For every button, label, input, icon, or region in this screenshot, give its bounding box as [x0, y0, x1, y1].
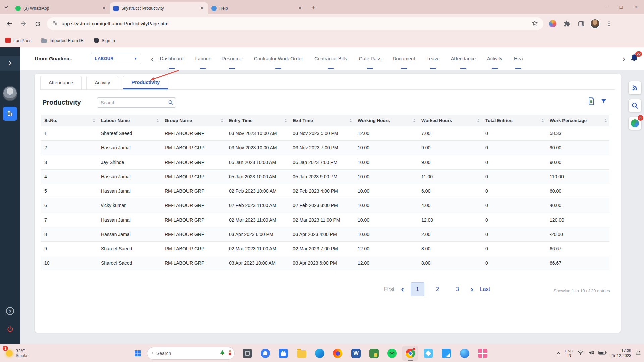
tab-activity[interactable]: Activity	[86, 76, 118, 89]
chat-icon[interactable]	[258, 346, 273, 361]
column-header-group-name[interactable]: Group Name	[161, 115, 226, 126]
desktop-window-icon[interactable]	[239, 346, 255, 361]
notifications-tray-icon[interactable]	[635, 350, 641, 357]
help-icon[interactable]: ?	[6, 307, 14, 315]
language-indicator[interactable]: ENG IN	[565, 349, 573, 357]
battery-icon[interactable]	[598, 350, 607, 356]
column-header-work-percentage[interactable]: Work Percentage	[546, 115, 609, 126]
wifi-icon[interactable]	[577, 350, 584, 357]
module-select[interactable]: LABOUR ▾	[91, 53, 141, 64]
tab-close-icon[interactable]: ×	[199, 5, 205, 11]
tab-attendance[interactable]: Attendance	[40, 76, 82, 89]
close-button[interactable]: ×	[629, 0, 644, 14]
photos-icon[interactable]	[421, 346, 436, 361]
tab-close-icon[interactable]: ×	[101, 5, 107, 11]
user-avatar[interactable]	[3, 86, 17, 101]
sidebar-item-labour-active[interactable]	[3, 107, 17, 121]
firefox-icon[interactable]	[330, 346, 345, 361]
bookmark-lastpass[interactable]: LastPass	[5, 38, 31, 43]
bookmark-star-icon[interactable]	[532, 20, 538, 28]
pagination-first[interactable]: First	[384, 286, 394, 292]
tray-expand-icon[interactable]	[556, 350, 561, 356]
maximize-button[interactable]: □	[613, 0, 629, 14]
bookmark-sign-in[interactable]: Sign In	[94, 38, 115, 43]
nav-item-gate-pass[interactable]: Gate Pass	[359, 47, 381, 70]
start-button[interactable]	[131, 347, 144, 360]
word-icon[interactable]: W	[348, 346, 364, 361]
nav-item-dashboard[interactable]: Dashboard	[160, 47, 184, 70]
nav-item-attendance[interactable]: Attendance	[451, 47, 476, 70]
column-header-labour-name[interactable]: Labour Name	[98, 115, 161, 126]
rss-feed-icon[interactable]	[629, 81, 641, 94]
vscode-icon[interactable]	[439, 346, 454, 361]
nav-scroll-left-icon[interactable]: ‹	[151, 54, 154, 63]
chrome-icon[interactable]	[402, 346, 418, 361]
taskbar-search[interactable]	[147, 347, 235, 360]
table-cell: 10.00	[354, 184, 418, 198]
pagination-page-2[interactable]: 2	[431, 283, 444, 296]
weather-widget[interactable]: 1 32°C Smoke	[3, 344, 28, 362]
back-icon[interactable]	[3, 18, 15, 30]
bookmark-imported-from-ie[interactable]: Imported From IE	[41, 38, 83, 43]
nav-item-leave[interactable]: Leave	[426, 47, 440, 70]
search-icon[interactable]	[166, 100, 176, 105]
search-input[interactable]	[97, 100, 166, 105]
nav-item-resource[interactable]: Resource	[222, 47, 243, 70]
browser-menu-icon[interactable]	[603, 18, 615, 30]
edge-icon[interactable]	[312, 346, 327, 361]
pagination-prev-icon[interactable]: ‹	[401, 285, 404, 293]
gift-icon[interactable]	[475, 346, 490, 361]
quick-search-icon[interactable]	[629, 99, 641, 112]
pagination-next-icon[interactable]: ›	[471, 285, 473, 293]
pagination-page-3[interactable]: 3	[451, 283, 464, 296]
sort-icon	[604, 119, 607, 122]
filter-icon[interactable]	[601, 98, 607, 106]
extension-colorful-icon[interactable]	[547, 18, 559, 30]
side-panel-icon[interactable]	[575, 18, 587, 30]
blue-app-icon[interactable]	[457, 346, 472, 361]
minimize-button[interactable]: −	[598, 0, 613, 14]
nav-item-contractor-work-order[interactable]: Contractor Work Order	[254, 47, 303, 70]
forward-icon[interactable]	[17, 18, 30, 30]
table-cell: 9.00	[418, 155, 482, 170]
column-header-sr-no[interactable]: Sr.No.	[41, 115, 98, 126]
column-header-worked-hours[interactable]: Worked Hours	[418, 115, 482, 126]
browser-tab-3-whatsapp[interactable]: (3) WhatsApp×	[12, 2, 110, 14]
table-cell: 02 Feb 2023 11:00 AM	[226, 198, 289, 213]
nav-scroll-right-icon[interactable]: ›	[622, 54, 625, 63]
spotify-icon[interactable]	[384, 346, 400, 361]
globe-widget-icon[interactable]: 8	[629, 117, 641, 130]
site-info-icon[interactable]	[52, 20, 58, 27]
column-header-exit-time[interactable]: Exit Time	[289, 115, 354, 126]
export-excel-icon[interactable]	[588, 97, 595, 106]
nav-item-labour[interactable]: Labour	[195, 47, 210, 70]
pagination-last[interactable]: Last	[480, 286, 490, 292]
taskbar-search-input[interactable]	[156, 351, 217, 356]
file-explorer-icon[interactable]	[294, 346, 309, 361]
new-tab-button[interactable]: +	[309, 2, 319, 12]
profile-avatar[interactable]	[589, 18, 601, 30]
nav-item-activity[interactable]: Activity	[487, 47, 502, 70]
nav-item-hea[interactable]: Hea	[514, 47, 523, 70]
nav-item-contractor-bills[interactable]: Contractor Bills	[314, 47, 347, 70]
volume-icon[interactable]	[588, 350, 594, 357]
extensions-puzzle-icon[interactable]	[561, 18, 573, 30]
microsoft-store-icon[interactable]	[276, 346, 291, 361]
reload-icon[interactable]	[32, 18, 44, 30]
tab-search-icon[interactable]	[0, 0, 12, 14]
power-icon[interactable]	[6, 325, 14, 333]
notifications-bell-icon[interactable]: 22	[630, 54, 639, 64]
browser-tab-skystruct-productivity[interactable]: Skystruct : Productivity×	[110, 2, 208, 14]
nav-item-document[interactable]: Document	[393, 47, 415, 70]
tab-close-icon[interactable]: ×	[297, 5, 303, 11]
column-header-working-hours[interactable]: Working Hours	[354, 115, 418, 126]
address-bar[interactable]: app.skystruct.com/getLabourPoductivityPa…	[47, 17, 543, 30]
column-header-total-entries[interactable]: Total Entries	[482, 115, 546, 126]
green-app-icon[interactable]	[366, 346, 382, 361]
url-text[interactable]: app.skystruct.com/getLabourPoductivityPa…	[62, 21, 528, 26]
browser-tab-help[interactable]: Help×	[208, 2, 306, 14]
sidebar-expand-icon[interactable]	[0, 56, 20, 71]
clock[interactable]: 17:39 25-12-2023	[611, 348, 631, 358]
pagination-page-1[interactable]: 1	[411, 282, 424, 296]
column-header-entry-time[interactable]: Entry Time	[226, 115, 289, 126]
